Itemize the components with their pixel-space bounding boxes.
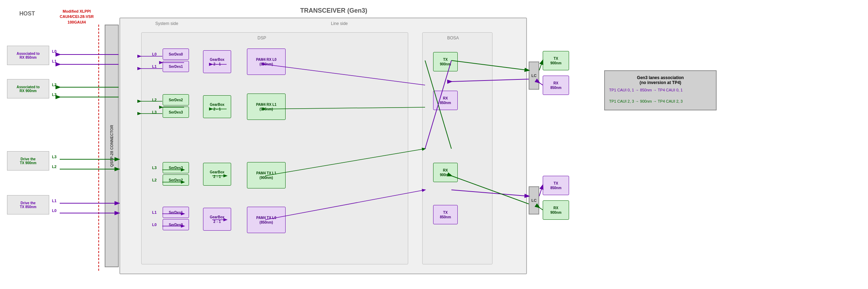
bosa-tx850: TX850nm [433, 205, 458, 224]
svg-line-34 [539, 207, 543, 210]
bosa-rx850: RX850nm [433, 91, 458, 110]
xlppi-label: Modified XLPPICAUI4/CEI-28-VSR100GAUI4 [60, 9, 94, 25]
host-box-tx850: Drive theTX 850nm [7, 195, 49, 214]
lc-bot: LC [529, 186, 539, 214]
dashed-divider [98, 25, 99, 271]
dsp-l2-tx-label: L2 [152, 178, 157, 182]
gen3-info-box: Gen3 lanes association(no inversion at T… [604, 70, 717, 110]
dsp-l3-tx-label: L3 [152, 166, 157, 170]
dsp-l0-label: L0 [152, 52, 157, 56]
dsp-l1-tx-label: L1 [152, 210, 157, 214]
serdes1-bot: SerDes1 [163, 207, 189, 218]
dsp-label: DSP [257, 36, 266, 40]
svg-line-28 [539, 83, 543, 85]
serdes2-bot: SerDes2 [163, 174, 189, 186]
serdes2-top: SerDes2 [163, 94, 189, 105]
dsp-l0-tx-label: L0 [152, 223, 157, 227]
gearbox-rx-green: GearBox2←1 [203, 95, 231, 118]
dsp-l1-label: L1 [152, 64, 157, 69]
lane-l0-host: L0 [52, 49, 57, 53]
serdes0-bot: SerDes0 [163, 219, 189, 230]
transceiver-box: System side Line side DSP L0 SerDes0 L1 … [119, 18, 527, 274]
gearbox-tx-purple: GearBox2→1 [203, 208, 231, 231]
outside-tx900: TX900nm [543, 51, 569, 70]
svg-line-33 [539, 185, 543, 196]
lane-l1-host: L1 [52, 59, 57, 63]
pam4-rx-l1: PAM4 RX L1(900nm) [247, 94, 286, 120]
host-box-tx900: Drive theTX 900nm [7, 151, 49, 171]
system-side-label: System side [155, 21, 178, 26]
serdes3-top: SerDes3 [163, 107, 189, 118]
gen3-row-900: TP1 CAUI 2, 3 → 900nm → TP4 CAUI 2, 3 [609, 99, 712, 103]
outside-rx900: RX900nm [543, 200, 569, 220]
outside-rx850: RX850nm [543, 76, 569, 95]
lane-l1-tx: L1 [52, 199, 57, 203]
serdes0-top: SerDes0 [163, 49, 189, 60]
diagram-container: HOST Modified XLPPICAUI4/CEI-28-VSR100GA… [0, 0, 868, 289]
pam4-rx-l0: PAM4 RX L0(850nm) [247, 49, 286, 75]
serdes1-top: SerDes1 [163, 61, 189, 72]
svg-line-27 [539, 60, 543, 70]
lane-l2-tx: L2 [52, 165, 57, 169]
host-box-rx850: Associated toRX 850nm [7, 46, 49, 65]
line-side-label: Line side [331, 21, 348, 26]
lc-top: LC [529, 62, 539, 90]
gen3-box-title: Gen3 lanes association(no inversion at T… [609, 75, 712, 85]
bosa-label: BOSA [447, 36, 459, 40]
transceiver-title: TRANSCEIVER (Gen3) [141, 7, 527, 14]
pam4-tx-l0: PAM4 TX L0(850nm) [247, 207, 286, 233]
dsp-l2-label: L2 [152, 98, 157, 102]
dsp-l3-label: L3 [152, 110, 157, 114]
host-title: HOST [19, 11, 35, 17]
serdes3-bot: SerDes3 [163, 162, 189, 173]
bosa-tx900: TX900nm [433, 52, 458, 71]
bosa-area: BOSA TX900nm RX850nm RX900nm TX850nm [422, 32, 492, 264]
lane-l3-host: L3 [52, 92, 57, 97]
gearbox-tx-green: GearBox2→1 [203, 163, 231, 186]
gen3-row-850: TP1 CAUI 0, 1 → 850nm → TP4 CAUI 0, 1 [609, 88, 712, 92]
gearbox-rx-purple: GearBox2←1 [203, 50, 231, 73]
lane-l2-host: L2 [52, 83, 57, 87]
outside-tx850: TX850nm [543, 176, 569, 195]
bosa-rx900: RX900nm [433, 163, 458, 182]
lane-l0-tx: L0 [52, 208, 57, 213]
host-box-rx900: Associated toRX 900nm [7, 79, 49, 98]
pam4-tx-l1: PAM4 TX L1(900nm) [247, 162, 286, 188]
dsp-area: DSP L0 SerDes0 L1 SerDes1 GearBox2←1 PAM… [141, 32, 408, 264]
qsfp-connector: QSFP-28 CONNECTOR [105, 25, 119, 267]
lane-l3-tx: L3 [52, 155, 57, 159]
